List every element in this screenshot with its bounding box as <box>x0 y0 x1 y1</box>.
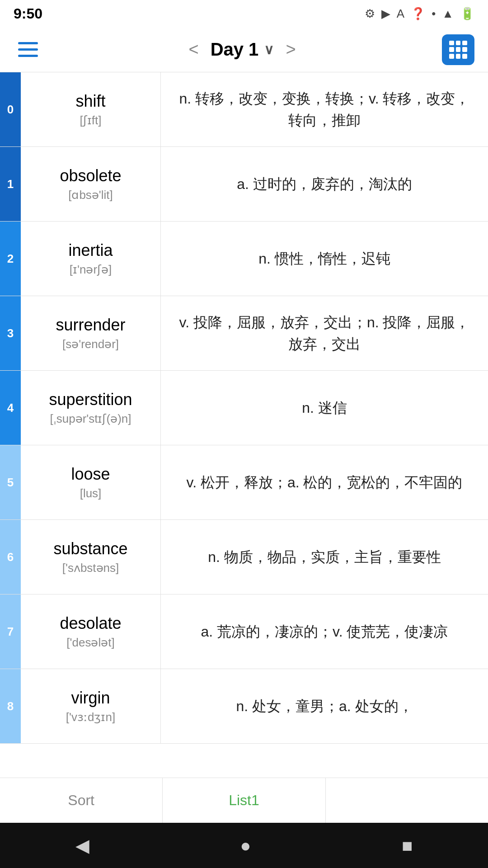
next-day-button[interactable]: > <box>281 40 300 59</box>
word-phonetic: [lus] <box>80 486 102 500</box>
table-row[interactable]: 4 superstition [ˌsupər'stɪʃ(ə)n] n. 迷信 <box>0 371 488 445</box>
prev-day-button[interactable]: < <box>184 40 203 59</box>
word-text: desolate <box>60 614 121 633</box>
recents-button[interactable]: ■ <box>402 835 413 856</box>
definition-text: a. 过时的，废弃的，淘汰的 <box>237 173 412 195</box>
row-index: 1 <box>0 147 21 221</box>
hamburger-button[interactable] <box>14 38 42 61</box>
definition-text: a. 荒凉的，凄凉的；v. 使荒芜，使凄凉 <box>201 621 448 642</box>
play-icon: ▶ <box>381 7 390 21</box>
word-cell: loose [lus] <box>21 445 161 519</box>
word-text: shift <box>75 92 105 111</box>
day-title[interactable]: Day 1 ∨ <box>211 39 274 60</box>
word-phonetic: [ɪ'nərʃə] <box>70 263 112 277</box>
definition-cell: n. 迷信 <box>161 371 488 445</box>
row-index: 2 <box>0 222 21 296</box>
word-text: surrender <box>56 316 125 335</box>
word-text: substance <box>53 539 127 558</box>
definition-cell: v. 投降，屈服，放弃，交出；n. 投降，屈服，放弃，交出 <box>161 296 488 370</box>
word-cell: superstition [ˌsupər'stɪʃ(ə)n] <box>21 371 161 445</box>
bottom-tab-bar: Sort List1 <box>0 778 488 823</box>
word-text: virgin <box>71 689 110 708</box>
definition-text: n. 迷信 <box>302 397 347 419</box>
definition-text: n. 处女，童男；a. 处女的， <box>236 695 413 717</box>
definition-text: n. 惯性，惰性，迟钝 <box>258 248 390 269</box>
row-index: 5 <box>0 445 21 519</box>
definition-cell: v. 松开，释放；a. 松的，宽松的，不牢固的 <box>161 445 488 519</box>
word-cell: virgin ['vɜːdʒɪn] <box>21 669 161 743</box>
sort-tab[interactable]: Sort <box>0 778 163 823</box>
list1-tab-label: List1 <box>229 792 259 809</box>
row-index: 7 <box>0 594 21 669</box>
table-row[interactable]: 1 obsolete [ɑbsə'lit] a. 过时的，废弃的，淘汰的 <box>0 147 488 222</box>
status-time: 9:50 <box>14 5 42 22</box>
row-index: 4 <box>0 371 21 445</box>
word-phonetic: [ɑbsə'lit] <box>68 188 113 202</box>
settings-icon: ⚙ <box>365 7 375 21</box>
word-cell: obsolete [ɑbsə'lit] <box>21 147 161 221</box>
word-cell: substance ['sʌbstəns] <box>21 520 161 594</box>
list1-tab[interactable]: List1 <box>163 778 325 823</box>
word-phonetic: [ˌsupər'stɪʃ(ə)n] <box>50 412 131 426</box>
definition-text: n. 物质，物品，实质，主旨，重要性 <box>208 546 441 568</box>
table-row[interactable]: 6 substance ['sʌbstəns] n. 物质，物品，实质，主旨，重… <box>0 520 488 594</box>
row-index: 3 <box>0 296 21 370</box>
chevron-down-icon: ∨ <box>264 42 274 57</box>
word-phonetic: [sə'rendər] <box>62 337 119 351</box>
font-icon: A <box>397 7 404 21</box>
wifi-icon: ❓ <box>411 7 425 21</box>
word-text: inertia <box>68 241 113 260</box>
definition-text: n. 转移，改变，变换，转换；v. 转移，改变，转向，推卸 <box>174 88 474 131</box>
table-row[interactable]: 7 desolate ['desələt] a. 荒凉的，凄凉的；v. 使荒芜，… <box>0 594 488 669</box>
word-text: superstition <box>49 390 132 409</box>
word-cell: inertia [ɪ'nərʃə] <box>21 222 161 296</box>
definition-cell: a. 荒凉的，凄凉的；v. 使荒芜，使凄凉 <box>161 594 488 669</box>
word-phonetic: ['vɜːdʒɪn] <box>66 710 115 724</box>
nav-bar: < Day 1 ∨ > <box>0 27 488 72</box>
battery-icon: 🔋 <box>460 7 474 21</box>
row-index: 0 <box>0 72 21 146</box>
word-cell: surrender [sə'rendər] <box>21 296 161 370</box>
word-text: loose <box>71 465 110 484</box>
dot-icon: • <box>432 7 436 21</box>
word-cell: desolate ['desələt] <box>21 594 161 669</box>
sort-tab-label: Sort <box>68 792 94 809</box>
home-button[interactable]: ● <box>240 835 251 856</box>
status-bar: 9:50 ⚙ ▶ A ❓ • ▲ 🔋 <box>0 0 488 27</box>
word-phonetic: ['sʌbstəns] <box>62 561 119 575</box>
grid-icon <box>449 41 467 59</box>
table-row[interactable]: 2 inertia [ɪ'nərʃə] n. 惯性，惰性，迟钝 <box>0 222 488 296</box>
table-row[interactable]: 5 loose [lus] v. 松开，释放；a. 松的，宽松的，不牢固的 <box>0 445 488 520</box>
definition-text: v. 投降，屈服，放弃，交出；n. 投降，屈服，放弃，交出 <box>174 311 474 355</box>
nav-title-area: < Day 1 ∨ > <box>184 39 300 60</box>
definition-cell: n. 处女，童男；a. 处女的， <box>161 669 488 743</box>
word-phonetic: [ʃɪft] <box>80 113 102 127</box>
grid-view-button[interactable] <box>442 34 474 65</box>
status-icons: ⚙ ▶ A ❓ • ▲ 🔋 <box>365 7 474 21</box>
table-row[interactable]: 8 virgin ['vɜːdʒɪn] n. 处女，童男；a. 处女的， <box>0 669 488 744</box>
definition-cell: a. 过时的，废弃的，淘汰的 <box>161 147 488 221</box>
table-row[interactable]: 3 surrender [sə'rendər] v. 投降，屈服，放弃，交出；n… <box>0 296 488 371</box>
definition-cell: n. 物质，物品，实质，主旨，重要性 <box>161 520 488 594</box>
word-list: 0 shift [ʃɪft] n. 转移，改变，变换，转换；v. 转移，改变，转… <box>0 72 488 778</box>
word-cell: shift [ʃɪft] <box>21 72 161 146</box>
definition-text: v. 松开，释放；a. 松的，宽松的，不牢固的 <box>187 472 463 493</box>
word-text: obsolete <box>60 166 121 185</box>
row-index: 6 <box>0 520 21 594</box>
android-nav-bar: ◀ ● ■ <box>0 823 488 868</box>
back-button[interactable]: ◀ <box>75 835 89 856</box>
table-row[interactable]: 0 shift [ʃɪft] n. 转移，改变，变换，转换；v. 转移，改变，转… <box>0 72 488 147</box>
row-index: 8 <box>0 669 21 743</box>
definition-cell: n. 惯性，惰性，迟钝 <box>161 222 488 296</box>
word-phonetic: ['desələt] <box>66 636 114 650</box>
definition-cell: n. 转移，改变，变换，转换；v. 转移，改变，转向，推卸 <box>161 72 488 146</box>
signal-icon: ▲ <box>442 7 454 21</box>
